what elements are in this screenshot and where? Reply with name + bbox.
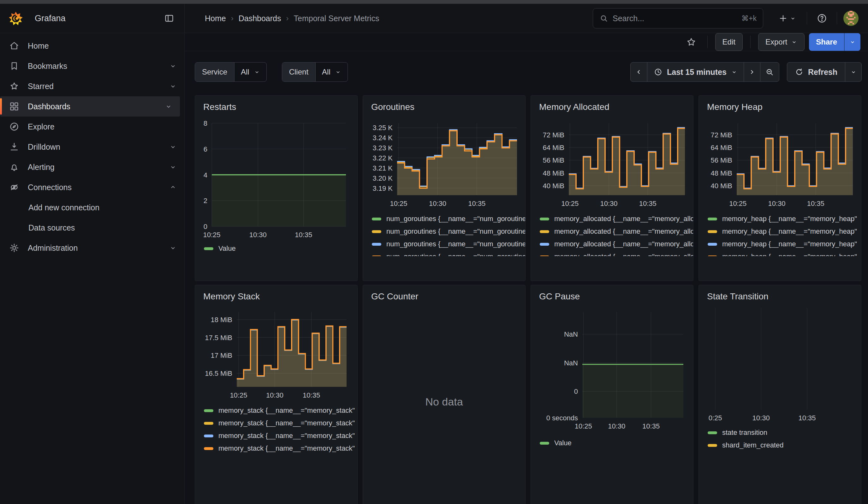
sidebar-item-home[interactable]: Home <box>0 36 184 56</box>
time-shift-forward-button[interactable] <box>744 63 760 81</box>
export-button[interactable]: Export <box>758 33 805 51</box>
new-menu-button[interactable] <box>774 10 800 27</box>
sidebar-item-alerting[interactable]: Alerting <box>0 157 184 177</box>
search-input[interactable]: Search... ⌘+k <box>593 8 763 28</box>
client-variable-label: Client <box>282 63 315 81</box>
user-avatar[interactable] <box>844 11 859 26</box>
legend-label: memory_heap {__name__="memory_heap" <box>722 253 857 256</box>
plus-icon <box>778 13 788 23</box>
legend-item[interactable]: num_goroutines {__name__="num_goroutines… <box>372 225 525 238</box>
chevron-down-icon <box>254 69 260 75</box>
sidebar-item-drilldown[interactable]: Drilldown <box>0 137 184 157</box>
panel-title[interactable]: Restarts <box>195 96 357 112</box>
legend-item[interactable]: memory_allocated {__name__="memory_alloc… <box>540 225 693 238</box>
goroutines-chart[interactable]: 3.19 K3.20 K3.21 K3.22 K3.23 K3.24 K3.25… <box>363 112 525 207</box>
brand-name: Grafana <box>35 13 66 23</box>
sidebar-item-dashboards[interactable]: Dashboards <box>0 96 180 116</box>
sidebar-item-label: Alerting <box>28 163 55 172</box>
legend-item[interactable]: memory_heap {__name__="memory_heap" <box>707 238 861 250</box>
svg-text:48 MiB: 48 MiB <box>711 169 732 177</box>
memory-heap-chart[interactable]: 40 MiB48 MiB56 MiB64 MiB72 MiB10:2510:30… <box>699 112 861 207</box>
legend-item[interactable]: Value <box>204 242 357 255</box>
legend-item[interactable]: memory_allocated {__name__="memory_alloc… <box>540 238 693 250</box>
refresh-icon <box>795 68 804 76</box>
panel-title[interactable]: GC Pause <box>531 285 693 301</box>
legend-item[interactable]: memory_heap {__name__="memory_heap" <box>707 225 861 238</box>
sidebar-item-explore[interactable]: Explore <box>0 116 184 137</box>
panel-title[interactable]: GC Counter <box>363 285 525 301</box>
share-menu-button[interactable] <box>844 33 860 51</box>
sidebar-item-label: Drilldown <box>28 142 60 152</box>
panel-title[interactable]: Memory Stack <box>195 285 357 301</box>
breadcrumb-home[interactable]: Home <box>205 14 226 23</box>
svg-text:10:30: 10:30 <box>768 199 785 207</box>
zoom-out-time-button[interactable] <box>760 63 779 81</box>
panel-grid: Restarts 0246810:2510:3010:35 Value Goro… <box>185 82 868 504</box>
panel-title[interactable]: Memory Heap <box>699 96 861 112</box>
legend-item[interactable]: Value <box>540 437 693 449</box>
legend-swatch <box>707 444 717 447</box>
panel-title[interactable]: State Transition <box>699 285 861 301</box>
chevron-down-icon <box>791 39 797 45</box>
legend-swatch <box>372 243 381 246</box>
legend-label: num_goroutines {__name__="num_goroutines… <box>386 253 525 256</box>
svg-text:0: 0 <box>204 223 207 230</box>
legend-label: num_goroutines {__name__="num_goroutines… <box>386 240 525 248</box>
chevron-down-icon <box>169 244 177 252</box>
refresh-button[interactable]: Refresh <box>787 63 845 81</box>
legend-item[interactable]: state transition <box>707 426 861 439</box>
legend-item[interactable]: memory_stack {__name__="memory_stack" <box>204 404 357 417</box>
svg-text:3.25 K: 3.25 K <box>372 124 393 132</box>
legend-item[interactable]: num_goroutines {__name__="num_goroutines… <box>372 238 525 250</box>
time-range-label: Last 15 minutes <box>667 68 726 77</box>
time-shift-back-button[interactable] <box>631 63 647 81</box>
legend-swatch <box>540 442 549 445</box>
legend-item[interactable]: shard_item_created <box>707 439 861 452</box>
memory-stack-chart[interactable]: 16.5 MiB17 MiB17.5 MiB18 MiB10:2510:3010… <box>195 301 357 401</box>
panel-title[interactable]: Goroutines <box>363 96 525 112</box>
legend-label: memory_allocated {__name__="memory_alloc… <box>554 253 693 256</box>
chevron-down-icon <box>790 15 796 21</box>
restarts-chart[interactable]: 0246810:2510:3010:35 <box>195 112 357 238</box>
svg-text:17.5 MiB: 17.5 MiB <box>205 334 232 342</box>
gc-pause-chart[interactable]: 0 seconds0NaNNaN10:2510:3010:35 <box>531 301 693 434</box>
legend-item[interactable]: memory_allocated {__name__="memory_alloc… <box>540 250 693 256</box>
legend-label: state transition <box>722 429 767 437</box>
edit-button[interactable]: Edit <box>715 33 743 51</box>
state-transition-chart[interactable]: 0:2510:3010:35 <box>699 301 861 426</box>
legend-label: num_goroutines {__name__="num_goroutines… <box>386 227 525 236</box>
favorite-star-button[interactable] <box>683 33 700 51</box>
bookmark-icon <box>9 61 20 71</box>
legend-item[interactable]: num_goroutines {__name__="num_goroutines… <box>372 250 525 256</box>
gear-icon <box>9 243 20 253</box>
chevron-down-icon <box>731 69 737 75</box>
legend-item[interactable]: memory_heap {__name__="memory_heap" <box>707 250 861 256</box>
legend-item[interactable]: memory_stack {__name__="memory_stack" <box>204 430 357 442</box>
panel-title[interactable]: Memory Allocated <box>531 96 693 112</box>
sidebar-nav: Home Bookmarks Starred Dashboards Explor… <box>0 33 185 504</box>
share-button[interactable]: Share <box>809 33 844 51</box>
legend-item[interactable]: memory_stack {__name__="memory_stack" <box>204 417 357 430</box>
sidebar-item-bookmarks[interactable]: Bookmarks <box>0 56 184 76</box>
sidebar-item-starred[interactable]: Starred <box>0 76 184 96</box>
svg-text:10:30: 10:30 <box>266 391 283 399</box>
sidebar-item-connections[interactable]: Connections <box>0 177 184 197</box>
client-variable-dropdown[interactable]: Client All <box>282 62 348 82</box>
sidebar-item-data-sources[interactable]: Data sources <box>0 218 184 238</box>
sidebar-item-administration[interactable]: Administration <box>0 238 184 258</box>
refresh-interval-button[interactable] <box>845 63 861 81</box>
legend-item[interactable]: memory_heap {__name__="memory_heap" <box>707 213 861 225</box>
time-range-picker[interactable]: Last 15 minutes <box>647 63 744 81</box>
legend-item[interactable]: memory_allocated {__name__="memory_alloc… <box>540 213 693 225</box>
sidebar-item-add-new-connection[interactable]: Add new connection <box>0 197 184 218</box>
help-button[interactable] <box>813 10 830 27</box>
sidebar-toggle-button[interactable] <box>162 11 176 25</box>
svg-text:3.20 K: 3.20 K <box>372 174 393 182</box>
memory-allocated-chart[interactable]: 40 MiB48 MiB56 MiB64 MiB72 MiB10:2510:30… <box>531 112 693 207</box>
legend-item[interactable]: num_goroutines {__name__="num_goroutines… <box>372 213 525 225</box>
legend-item[interactable]: memory_stack {__name__="memory_stack" <box>204 442 357 455</box>
service-variable-dropdown[interactable]: Service All <box>195 62 267 82</box>
legend-label: memory_heap {__name__="memory_heap" <box>722 227 857 236</box>
breadcrumb-dashboards[interactable]: Dashboards <box>239 14 281 23</box>
divider <box>807 12 807 25</box>
